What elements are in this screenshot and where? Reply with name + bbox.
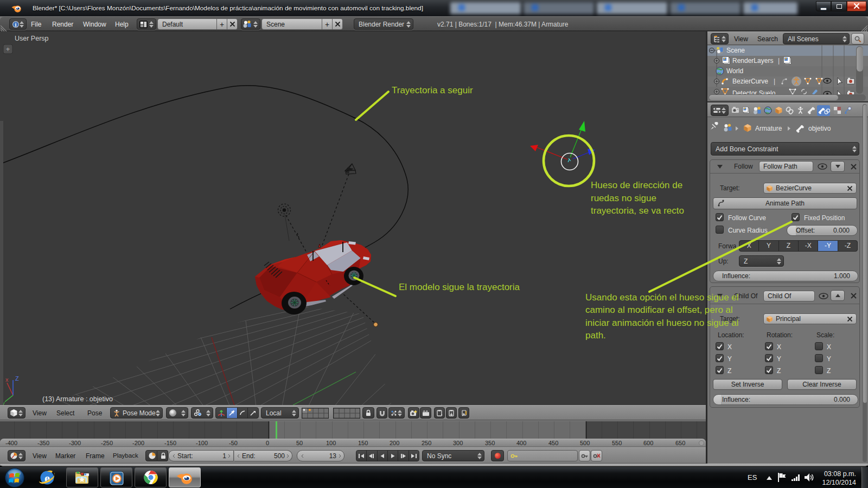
svg-text:+: + bbox=[6, 45, 10, 53]
svg-text:Z: Z bbox=[15, 375, 19, 382]
svg-text:BezierCurve: BezierCurve bbox=[732, 78, 768, 85]
svg-text:RenderLayers: RenderLayers bbox=[732, 57, 773, 65]
svg-text:World: World bbox=[726, 67, 743, 75]
svg-text:Armature: Armature bbox=[755, 125, 782, 132]
svg-text:x: x bbox=[5, 376, 9, 383]
svg-text:objetivo: objetivo bbox=[808, 125, 831, 132]
svg-text:i: i bbox=[15, 22, 17, 28]
svg-text:(13) Armature : objetivo: (13) Armature : objetivo bbox=[42, 395, 113, 403]
svg-text:|: | bbox=[774, 78, 775, 85]
svg-text:Scene: Scene bbox=[726, 47, 745, 54]
svg-text:User Persp: User Persp bbox=[15, 35, 49, 42]
svg-text:|: | bbox=[778, 57, 780, 65]
